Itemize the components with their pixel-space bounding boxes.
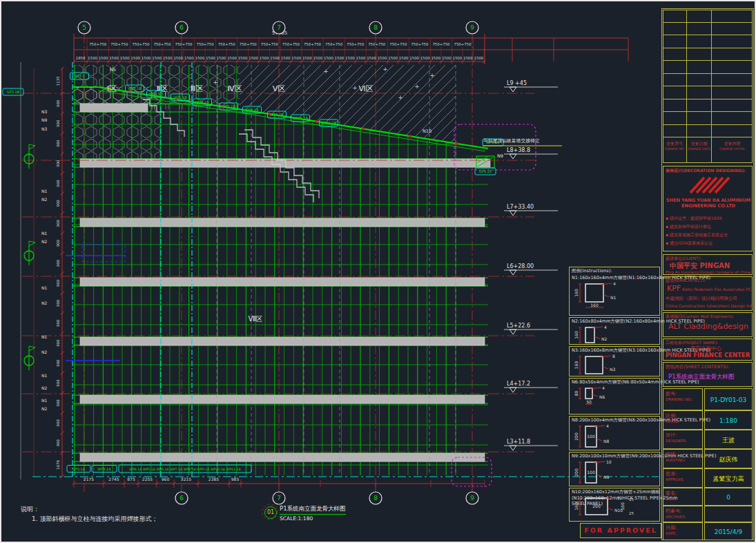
left-dim: 900 xyxy=(56,319,60,327)
pair-dim: 750+750 xyxy=(432,42,450,46)
left-dim: 900 xyxy=(56,399,60,407)
left-dim: 900 xyxy=(56,379,60,387)
dim-height: 160 xyxy=(574,289,579,297)
dim-height: 160 xyxy=(574,361,579,370)
dim-height: 200 xyxy=(574,432,579,441)
pair-dim: 750+750 xyxy=(389,42,407,46)
revision-row xyxy=(663,125,753,138)
revision-row xyxy=(663,99,753,113)
section-diagram-N1: 1601604N1 xyxy=(573,282,649,321)
dim-height: 80 xyxy=(574,391,579,397)
revision-cell-divider xyxy=(686,99,687,113)
legend-item-text: N9:200x100x10mm方钢管(N9:200x100x10mm HICK … xyxy=(572,453,661,459)
bottom-dim: 2385 xyxy=(209,477,219,482)
pipe-section xyxy=(585,356,603,374)
left-dim: 1070 xyxy=(56,459,60,469)
line xyxy=(597,475,602,477)
revision-header: 变更内容CHANGE DETAIL xyxy=(711,137,753,163)
revision-header: 变更日期CHANGE DATE xyxy=(686,137,711,163)
plus-mark: + xyxy=(382,66,388,73)
zone-label: Ⅰ区 xyxy=(107,84,117,93)
revision-cell-divider xyxy=(686,10,687,23)
bottom-dim: 2255 xyxy=(142,477,153,482)
notes-title: 说明： xyxy=(21,505,39,514)
pair-dim: 750+750 xyxy=(325,42,343,46)
curtain-label: 幕墙顾问(Curtain Wall Engineers): xyxy=(666,314,753,320)
revision-row xyxy=(663,112,753,125)
left-dim: 900 xyxy=(56,140,60,147)
flag-icon xyxy=(29,144,35,149)
gp-callout: GP3.1B xyxy=(7,90,20,94)
segment-dim: 1500 xyxy=(227,56,237,60)
decoration-bullet: ▪ 建筑幕墙施工壹级施工资质企业 xyxy=(666,232,753,238)
cert-bullet: ▪ 设计证书：建设部甲级1609 xyxy=(666,216,753,222)
bottom-dim: 2175 xyxy=(84,477,94,482)
left-dim: 900 xyxy=(56,200,60,207)
pair-dim: 750+750 xyxy=(175,42,193,46)
revision-cell-divider xyxy=(711,125,712,138)
segment-dim: 1500 xyxy=(378,56,387,60)
contents-label: 图纸内容(SHEET CONTENTS): xyxy=(666,364,753,371)
bottom-dim: 875 xyxy=(127,477,135,482)
architect-kpf: KPF Kohn Pedersen Fox Associates PC xyxy=(667,284,754,290)
pipe-section xyxy=(585,388,592,399)
left-dim: 900 xyxy=(56,99,60,107)
dim-flange: 25 xyxy=(629,497,634,502)
revision-row xyxy=(663,74,753,87)
segment-dim: 1500 xyxy=(452,56,462,60)
dim-width: 100 xyxy=(587,434,595,439)
line xyxy=(592,394,598,397)
grid-bubble-number: 5 xyxy=(82,24,86,31)
plus-mark: + xyxy=(414,83,420,90)
grid-bubble-number: 9 xyxy=(470,495,474,502)
level-triangle xyxy=(510,87,516,92)
section-diagram-N10: 16020012N101602525 xyxy=(573,496,649,520)
member-label: N2 xyxy=(41,197,47,202)
segment-dim: 1500 xyxy=(431,56,440,60)
member-label: N2 xyxy=(41,301,47,305)
plus-mark: + xyxy=(429,72,435,79)
wp-callout: WP6.1B xyxy=(195,100,209,104)
revision-row xyxy=(663,35,753,48)
revision-cell-divider xyxy=(686,61,687,74)
segment-dim: 1500 xyxy=(409,56,419,60)
pair-dim: 750+750 xyxy=(347,42,365,46)
grid-bubble-number: 9 xyxy=(470,24,474,31)
grid-bubble-number: 6 xyxy=(180,24,184,31)
left-dim: 900 xyxy=(56,419,60,427)
section-diagram-N8: 2001004N8 xyxy=(573,424,649,449)
member-label: N2 xyxy=(41,406,47,411)
plus-mark: + xyxy=(352,84,358,91)
segment-dim: 1500 xyxy=(442,56,452,60)
section-label: N6 xyxy=(599,394,605,399)
revision-cell-divider xyxy=(711,74,712,87)
member-label: N2 xyxy=(41,385,47,390)
segment-dim: 1858 xyxy=(76,56,86,60)
segment-dim: 1500 xyxy=(345,56,355,60)
dim-thickness: 4 xyxy=(613,282,616,286)
grid-bubble-number: 7 xyxy=(277,495,281,502)
curtain-name: ALT Cladding&design xyxy=(668,322,755,334)
field-value: 1:180 xyxy=(704,410,753,430)
legend-header: 图例(Instructions): xyxy=(572,268,661,274)
level-triangle xyxy=(510,330,516,334)
revision-cell-divider xyxy=(711,112,712,125)
segment-dim: 1500 xyxy=(217,56,226,60)
company-logo xyxy=(685,175,733,195)
revision-cell-divider xyxy=(686,112,687,125)
floor-slab xyxy=(80,278,485,286)
member-label: N1 xyxy=(41,373,47,378)
dim-height: 160 xyxy=(574,331,579,339)
pair-dim: 750+750 xyxy=(89,42,107,46)
wp-callout: WP10.1B xyxy=(293,116,309,120)
plus-mark: + xyxy=(213,79,218,86)
pipe-section xyxy=(585,327,594,343)
pair-dim: 750+750 xyxy=(454,42,472,46)
architect-line2: 中建国际（深圳）设计顾问有限公司 xyxy=(666,296,753,303)
segment-dim: 1500 xyxy=(420,56,430,60)
dim-width: 100 xyxy=(587,470,595,475)
plus-mark: + xyxy=(323,68,329,75)
approval-stamp: FOR APPROVEL xyxy=(580,523,661,538)
revision-row xyxy=(663,48,753,61)
dim-width: 160 xyxy=(590,303,599,307)
